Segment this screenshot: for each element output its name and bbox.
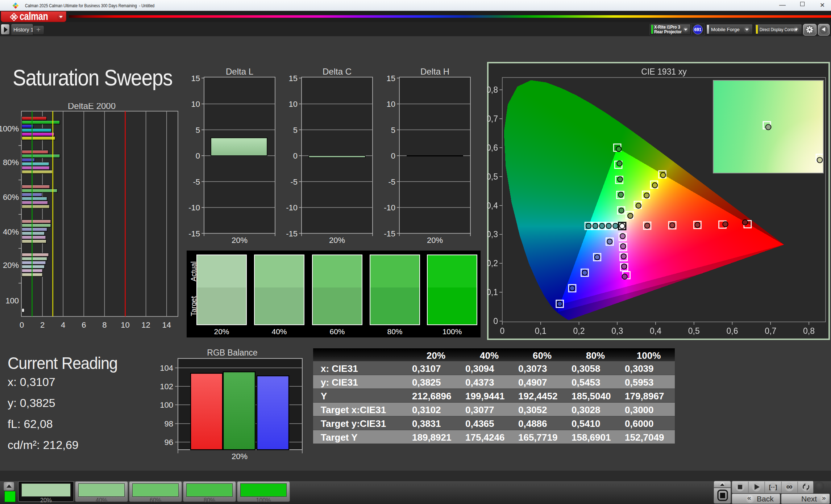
svg-text:100: 100 — [160, 400, 173, 410]
svg-text:2: 2 — [40, 320, 45, 329]
svg-text:0: 0 — [391, 151, 395, 160]
svg-text:0,8: 0,8 — [487, 85, 498, 94]
svg-text:0,5: 0,5 — [688, 326, 700, 336]
svg-text:40%: 40% — [3, 227, 19, 236]
svg-text:100%: 100% — [0, 124, 19, 133]
svg-text:14: 14 — [162, 320, 171, 329]
svg-text:5: 5 — [391, 126, 395, 135]
svg-text:15: 15 — [191, 74, 200, 83]
svg-text:CIE 1931 xy: CIE 1931 xy — [641, 67, 687, 76]
svg-text:-15: -15 — [188, 229, 200, 238]
svg-text:RGB Balance: RGB Balance — [207, 348, 257, 357]
svg-text:DeltaE 2000: DeltaE 2000 — [68, 103, 116, 111]
svg-text:-15: -15 — [384, 229, 395, 238]
svg-text:10: 10 — [387, 100, 395, 109]
svg-text:98: 98 — [165, 419, 173, 428]
svg-text:-10: -10 — [384, 203, 395, 212]
svg-text:102: 102 — [160, 382, 173, 391]
svg-text:-10: -10 — [188, 203, 200, 212]
svg-text:8: 8 — [102, 320, 107, 329]
svg-text:0,6: 0,6 — [487, 143, 498, 152]
svg-text:-5: -5 — [290, 177, 298, 186]
svg-text:100: 100 — [5, 296, 19, 305]
svg-text:0: 0 — [293, 151, 298, 160]
svg-text:∞: ∞ — [786, 482, 792, 491]
svg-text:10: 10 — [121, 320, 129, 329]
svg-text:-5: -5 — [193, 177, 200, 186]
svg-text:Delta L: Delta L — [226, 67, 253, 76]
svg-text:0,2: 0,2 — [487, 259, 498, 268]
svg-text:0,8: 0,8 — [803, 326, 815, 336]
svg-text:0,2: 0,2 — [573, 326, 585, 336]
svg-text:20%: 20% — [232, 236, 248, 245]
svg-text:0,4: 0,4 — [487, 201, 498, 210]
svg-text:-10: -10 — [286, 203, 298, 212]
svg-text:104: 104 — [160, 364, 173, 373]
svg-text:0,3: 0,3 — [611, 326, 623, 336]
svg-text:0,3: 0,3 — [487, 230, 498, 239]
svg-text:20%: 20% — [329, 236, 345, 245]
svg-text:20%: 20% — [3, 261, 19, 270]
svg-text:0,4: 0,4 — [650, 326, 661, 336]
svg-text:4: 4 — [61, 320, 65, 329]
svg-text:15: 15 — [289, 74, 298, 83]
svg-text:[··]: [··] — [769, 484, 777, 491]
svg-text:10: 10 — [289, 100, 298, 109]
svg-text:Delta C: Delta C — [323, 67, 352, 76]
svg-text:-15: -15 — [286, 229, 298, 238]
svg-text:0,7: 0,7 — [487, 114, 498, 123]
svg-text:10: 10 — [191, 100, 200, 109]
svg-text:0: 0 — [20, 320, 24, 329]
svg-text:0: 0 — [196, 151, 200, 160]
svg-text:12: 12 — [141, 320, 150, 329]
svg-text:0,1: 0,1 — [487, 287, 498, 297]
svg-text:80%: 80% — [3, 158, 19, 167]
svg-text:96: 96 — [165, 438, 173, 447]
svg-text:0,1: 0,1 — [535, 326, 547, 336]
svg-text:6: 6 — [82, 320, 86, 329]
svg-text:20%: 20% — [427, 236, 443, 245]
svg-text:-5: -5 — [388, 177, 395, 186]
svg-text:Delta H: Delta H — [420, 67, 449, 76]
svg-text:60%: 60% — [3, 193, 19, 202]
svg-text:20%: 20% — [232, 452, 248, 460]
svg-text:5: 5 — [293, 126, 298, 135]
svg-text:0: 0 — [493, 316, 498, 326]
svg-text:15: 15 — [387, 74, 395, 83]
svg-text:0,6: 0,6 — [727, 326, 738, 336]
svg-text:0: 0 — [500, 326, 505, 336]
svg-text:0,5: 0,5 — [487, 172, 498, 181]
svg-text:0,7: 0,7 — [765, 326, 776, 336]
svg-text:5: 5 — [196, 126, 200, 135]
